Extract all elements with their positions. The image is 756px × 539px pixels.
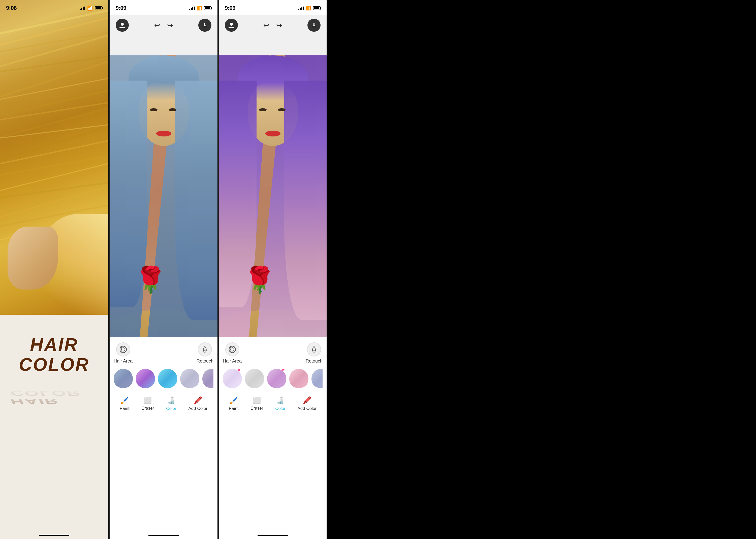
swatch-2-1[interactable] [114, 369, 133, 388]
phone-1: 9:08 📶 HA [0, 0, 108, 539]
header-actions-3: ↩ ↪ [262, 20, 283, 31]
swatch-3-3[interactable]: ★ [267, 369, 286, 388]
profile-icon-2[interactable] [116, 19, 129, 32]
color-icon-2: 🍶 [167, 396, 176, 405]
retouch-icon-3 [307, 343, 321, 356]
undo-button-3[interactable]: ↩ [262, 20, 270, 31]
add-color-tool-2[interactable]: 🖍️ Add Color [188, 396, 208, 411]
eraser-tool-3[interactable]: ⬜ Eraser [250, 397, 263, 411]
gray-bar-3 [219, 35, 327, 55]
retouch-label-2: Retouch [197, 358, 214, 364]
color-swatches-2 [114, 369, 214, 389]
star-3-1: ★ [237, 369, 241, 372]
paint-tool-3[interactable]: 🖌️ Paint [229, 396, 238, 411]
add-color-tool-3[interactable]: 🖍️ Add Color [298, 396, 317, 411]
home-indicator-2 [148, 535, 179, 536]
color-label-2: Color [166, 406, 176, 411]
status-bar-3: 9:09 📶 [219, 0, 327, 15]
paint-icon-3: 🖌️ [229, 396, 238, 405]
wifi-icon-3: 📶 [306, 6, 311, 11]
phone-3: 9:09 📶 ↩ ↪ [218, 0, 327, 539]
rose-3: 🌹 [244, 267, 275, 292]
swatch-3-5[interactable]: ★ [312, 369, 323, 388]
status-bar-2: 9:09 📶 [110, 0, 218, 15]
bottom-toolbar-2: 🖌️ Paint ⬜ Eraser 🍶 Color 🖍️ Add Color [114, 394, 214, 414]
svg-point-0 [121, 23, 124, 26]
swatch-3-1[interactable]: ★ [223, 369, 242, 388]
hair-area-row-3: Hair Area Retouch [223, 343, 323, 364]
star-3-3: ★ [281, 369, 285, 372]
add-color-icon-2: 🖍️ [194, 396, 202, 405]
add-color-icon-3: 🖍️ [303, 396, 312, 405]
status-icons-1: 📶 [80, 5, 102, 11]
swatch-2-4[interactable] [180, 369, 199, 388]
eraser-icon-2: ⬜ [143, 397, 152, 404]
profile-icon-3[interactable] [225, 19, 238, 32]
swatch-3-2[interactable] [245, 369, 264, 388]
retouch-button-3[interactable]: Retouch [306, 343, 323, 364]
title-reflection: HAIR COLOR [10, 389, 98, 406]
bottom-controls-2: Hair Area Retouch 🖌️ [110, 337, 218, 408]
hair-area-label-3: Hair Area [223, 358, 242, 364]
eraser-label-2: Eraser [142, 406, 154, 411]
eraser-tool-2[interactable]: ⬜ Eraser [142, 397, 154, 411]
signal-icon-1 [80, 6, 85, 10]
app-title: HAIR COLOR [10, 335, 98, 375]
status-time-2: 9:09 [116, 5, 126, 11]
svg-point-9 [231, 348, 234, 351]
status-time-3: 9:09 [225, 5, 236, 11]
hair-area-icon-3 [225, 343, 239, 356]
photo-area-2: 🌹 [110, 55, 218, 337]
color-tool-3[interactable]: 🍶 Color [275, 396, 286, 411]
hair-area-row-2: Hair Area Retouch [114, 343, 214, 364]
paint-icon-2: 🖌️ [120, 396, 129, 405]
swatch-3-4[interactable] [289, 369, 309, 388]
svg-point-2 [122, 348, 125, 351]
header-actions-2: ↩ ↪ [153, 20, 174, 31]
phone-2: 9:09 📶 ↩ ↪ [109, 0, 218, 539]
bottom-controls-3: Hair Area Retouch ★ ★ [219, 337, 327, 408]
color-icon-3: 🍶 [276, 396, 285, 405]
add-color-label-3: Add Color [298, 406, 317, 411]
status-icons-3: 📶 [298, 6, 321, 11]
hand-image [8, 227, 58, 289]
download-button-3[interactable] [308, 19, 321, 32]
app-header-3: ↩ ↪ [219, 15, 327, 35]
hair-area-icon-2 [116, 343, 130, 356]
eraser-icon-3: ⬜ [253, 397, 261, 404]
photo-area-3: 🌹 [219, 55, 327, 337]
download-button-2[interactable] [198, 19, 212, 32]
wifi-icon-1: 📶 [87, 5, 93, 11]
rose-2: 🌹 [135, 267, 166, 292]
battery-icon-1 [95, 6, 102, 10]
swatch-2-2[interactable] [136, 369, 155, 388]
paint-label-2: Paint [120, 406, 130, 411]
retouch-button-2[interactable]: Retouch [197, 343, 214, 364]
redo-button-2[interactable]: ↪ [166, 20, 174, 31]
retouch-icon-2 [198, 343, 212, 356]
hair-area-button-2[interactable]: Hair Area [114, 343, 133, 364]
color-label-3: Color [275, 406, 286, 411]
home-indicator-1 [39, 535, 69, 536]
redo-button-3[interactable]: ↪ [275, 20, 283, 31]
color-tool-2[interactable]: 🍶 Color [166, 396, 176, 411]
status-time-1: 9:08 [6, 5, 17, 11]
status-icons-2: 📶 [189, 6, 212, 11]
color-swatches-3: ★ ★ ★ [223, 369, 323, 389]
eraser-label-3: Eraser [250, 406, 263, 411]
svg-point-7 [230, 23, 233, 26]
gray-bar-2 [110, 35, 218, 55]
swatch-2-5[interactable] [202, 369, 214, 388]
home-indicator-3 [257, 535, 288, 536]
retouch-label-3: Retouch [306, 358, 323, 364]
hair-photo-1 [0, 0, 108, 315]
splash-text-area: HAIR COLOR HAIR COLOR [0, 315, 108, 539]
undo-button-2[interactable]: ↩ [153, 20, 161, 31]
signal-icon-2 [189, 6, 195, 10]
app-header-2: ↩ ↪ [110, 15, 218, 35]
hair-area-label-2: Hair Area [114, 358, 133, 364]
swatch-2-3[interactable] [158, 369, 177, 388]
hair-area-button-3[interactable]: Hair Area [223, 343, 242, 364]
battery-icon-2 [204, 6, 212, 10]
paint-tool-2[interactable]: 🖌️ Paint [120, 396, 130, 411]
